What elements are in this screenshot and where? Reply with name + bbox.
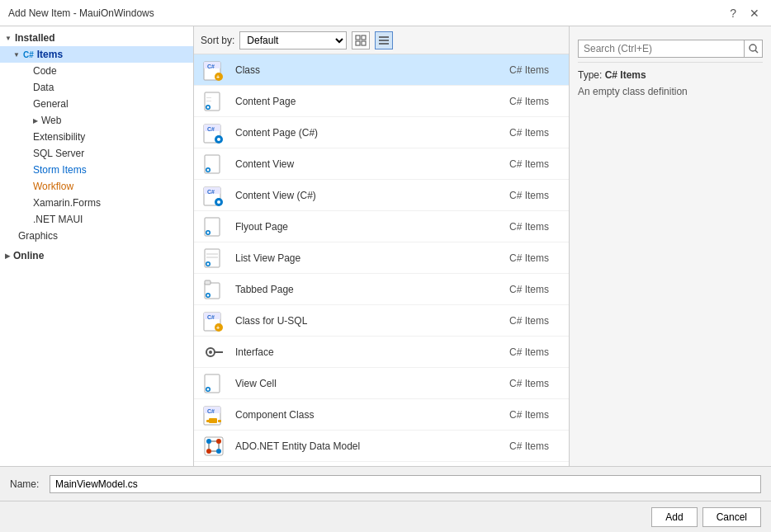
type-value: C# Items: [605, 69, 646, 81]
item-row[interactable]: — — Content Page C# Items: [194, 86, 569, 117]
grid-view-btn[interactable]: [352, 31, 370, 49]
online-expand: ▶: [5, 252, 10, 260]
item-category: C# Items: [496, 221, 562, 233]
item-row[interactable]: Interface C# Items: [194, 337, 569, 368]
sidebar-item-code[interactable]: Code: [0, 63, 193, 79]
sort-select[interactable]: Default Name Type: [239, 31, 347, 49]
svg-point-32: [207, 231, 210, 233]
svg-text:+: +: [216, 325, 220, 331]
svg-point-61: [216, 439, 221, 444]
item-name: Class for U-SQL: [235, 315, 496, 327]
svg-point-41: [207, 294, 210, 296]
item-category: C# Items: [496, 252, 562, 264]
right-panel: Type: C# Items An empty class definition: [569, 26, 771, 466]
installed-label: Installed: [15, 32, 55, 44]
list-icon: [378, 35, 390, 46]
svg-text:C#: C#: [207, 408, 215, 414]
sidebar: ▼ Installed ▼ C# Items Code Data General…: [0, 26, 194, 466]
item-category: C# Items: [496, 127, 562, 139]
item-icon-class: C# +: [201, 57, 227, 83]
cs-badge: C#: [23, 50, 34, 59]
item-category: C# Items: [496, 378, 562, 389]
item-name: ADO.NET Entity Data Model: [235, 440, 496, 452]
list-view-btn[interactable]: [375, 31, 393, 49]
item-name: Content Page: [235, 96, 496, 107]
item-icon-flyout-page: [201, 214, 227, 240]
item-row[interactable]: ADO.NET Entity Data Model C# Items: [194, 431, 569, 462]
svg-rect-58: [218, 420, 221, 422]
item-category: C# Items: [496, 409, 562, 421]
sidebar-item-net-maui[interactable]: .NET MAUI: [0, 211, 193, 228]
help-button[interactable]: ?: [726, 5, 740, 21]
title-text: Add New Item - MauiOnWindows: [8, 7, 154, 19]
item-icon-ado-net: [201, 433, 227, 459]
sidebar-online[interactable]: ▶ Online: [0, 247, 193, 264]
action-bar: Add Cancel: [0, 501, 771, 532]
search-input[interactable]: [578, 40, 745, 58]
svg-rect-3: [362, 41, 366, 45]
svg-text:C#: C#: [207, 189, 215, 195]
sidebar-item-graphics[interactable]: Graphics: [0, 228, 193, 244]
items-list: C# + Class C# Items: [194, 54, 569, 466]
main-content: ▼ Installed ▼ C# Items Code Data General…: [0, 26, 771, 466]
sidebar-item-extensibility[interactable]: Extensibility: [0, 129, 193, 145]
sidebar-item-general[interactable]: General: [0, 96, 193, 112]
item-category: C# Items: [496, 158, 562, 170]
svg-point-29: [217, 200, 220, 204]
sidebar-item-web[interactable]: ▶ Web: [0, 112, 193, 129]
svg-point-62: [206, 449, 211, 454]
item-row[interactable]: C# Component Class C# Items: [194, 399, 569, 431]
sort-bar: Sort by: Default Name Type: [194, 26, 569, 54]
item-row[interactable]: Tabbed Page C# Items: [194, 274, 569, 305]
item-name: Component Class: [235, 409, 496, 421]
add-button[interactable]: Add: [651, 507, 697, 527]
svg-point-24: [207, 168, 210, 171]
cancel-button[interactable]: Cancel: [702, 507, 761, 527]
sidebar-item-xamarin-forms[interactable]: Xamarin.Forms: [0, 195, 193, 211]
svg-point-48: [209, 351, 212, 354]
svg-rect-39: [205, 280, 210, 285]
item-name: Flyout Page: [235, 221, 496, 233]
search-button[interactable]: [745, 40, 763, 58]
name-label: Name:: [10, 478, 43, 490]
item-icon-tabbed-page: [201, 276, 227, 303]
svg-point-35: [207, 262, 210, 265]
item-row[interactable]: C# + Class for U-SQL C# Items: [194, 305, 569, 337]
item-row[interactable]: List View Page C# Items: [194, 242, 569, 274]
sidebar-item-sql-server[interactable]: SQL Server: [0, 145, 193, 162]
svg-text:—: —: [206, 98, 211, 103]
bottom-bar: Name:: [0, 466, 771, 501]
web-label: Web: [41, 115, 61, 126]
close-button[interactable]: ✕: [746, 5, 763, 21]
name-input[interactable]: [50, 475, 761, 493]
item-name: Class: [235, 64, 496, 76]
item-category: C# Items: [496, 96, 562, 107]
item-row[interactable]: C# Content Page (C#) C# Items: [194, 117, 569, 148]
item-icon-content-view: [201, 151, 227, 177]
item-row[interactable]: C# Content View (C#) C# Items: [194, 180, 569, 211]
center-right: Sort by: Default Name Type: [194, 26, 771, 466]
item-category: C# Items: [496, 190, 562, 201]
type-prefix: Type:: [578, 69, 605, 81]
sidebar-item-data[interactable]: Data: [0, 79, 193, 96]
item-row[interactable]: Flyout Page C# Items: [194, 211, 569, 242]
item-icon-content-page: — —: [201, 88, 227, 115]
search-bar: [578, 35, 763, 63]
svg-rect-57: [206, 420, 210, 422]
item-icon-view-cell: [201, 370, 227, 397]
svg-point-14: [207, 106, 210, 108]
item-name: Content View: [235, 158, 496, 170]
item-row[interactable]: View Cell C# Items: [194, 368, 569, 399]
svg-point-63: [216, 449, 221, 454]
svg-rect-56: [209, 418, 217, 423]
item-icon-component-class: C#: [201, 402, 227, 428]
sidebar-installed[interactable]: ▼ Installed: [0, 30, 193, 46]
sidebar-item-cs-items[interactable]: ▼ C# Items: [0, 46, 193, 63]
sidebar-item-storm-items[interactable]: Storm Items: [0, 162, 193, 178]
item-row[interactable]: Content View C# Items: [194, 148, 569, 180]
sidebar-item-workflow[interactable]: Workflow: [0, 178, 193, 195]
svg-line-73: [755, 50, 758, 53]
svg-text:+: +: [216, 74, 220, 80]
item-row[interactable]: C# + Class C# Items: [194, 54, 569, 86]
web-expand: ▶: [33, 117, 38, 125]
